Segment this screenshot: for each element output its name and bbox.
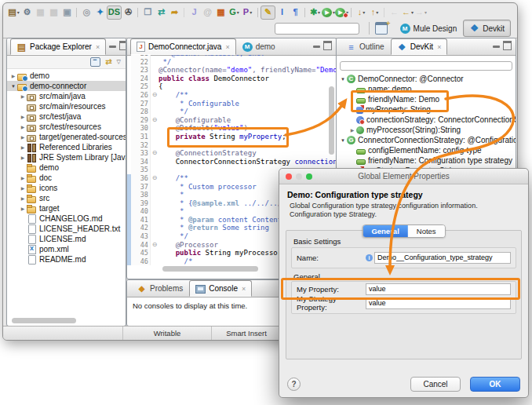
tree-item[interactable]: configElementName: config-type — [337, 145, 516, 155]
tab-notes[interactable]: Notes — [408, 225, 445, 237]
tab-outline[interactable]: ≡ Outline — [340, 38, 391, 55]
toolbar-icon[interactable]: ✇ — [122, 6, 135, 19]
fold-icon[interactable] — [151, 124, 159, 133]
tree-item[interactable]: demo — [7, 71, 126, 81]
tab-devkit[interactable]: ❖ DevKit × — [391, 38, 448, 55]
fold-icon[interactable] — [151, 257, 159, 266]
close-icon[interactable]: × — [437, 43, 441, 51]
tree-item[interactable]: myProcessor(String):String — [337, 125, 516, 135]
devkit-filter-input[interactable] — [340, 61, 512, 71]
tree-item[interactable]: LICENSE.md — [7, 234, 126, 244]
open-perspective-button[interactable] — [375, 22, 388, 35]
toolbar-icon[interactable]: ➦ — [168, 6, 181, 19]
fold-icon[interactable] — [151, 183, 159, 192]
tab-package-explorer[interactable]: ▤ Package Explorer × — [10, 38, 106, 55]
fold-icon[interactable] — [151, 116, 159, 125]
fold-icon[interactable] — [151, 199, 159, 208]
fold-icon[interactable] — [151, 100, 159, 108]
close-icon[interactable]: × — [225, 43, 229, 51]
code-line[interactable]: 29 @Configurable — [127, 116, 336, 125]
tree-item[interactable]: target/generated-sources/mule — [7, 132, 126, 142]
tab-democonnector-java[interactable]: J DemoConnector.java × — [130, 38, 236, 55]
toolbar-icon[interactable]: ✎ — [261, 5, 275, 20]
toolbar-icon[interactable]: ¶ — [289, 6, 302, 19]
fold-icon[interactable] — [151, 166, 159, 174]
tree-item[interactable]: ConnectorConnectionStrategy: @Configurat… — [337, 135, 516, 145]
fold-icon[interactable] — [151, 66, 159, 75]
expand-arrow-icon[interactable] — [19, 142, 27, 152]
fold-icon[interactable] — [151, 133, 159, 141]
toolbar-icon[interactable]: ▦ — [214, 6, 228, 19]
toolbar-icon[interactable]: ◎ — [80, 6, 93, 19]
fold-icon[interactable] — [151, 141, 159, 150]
minimize-icon[interactable] — [109, 46, 116, 48]
code-line[interactable]: 22 */ — [127, 58, 336, 67]
tree-item[interactable]: JRE System Library [Java SE 7 — [7, 152, 126, 162]
expand-arrow-icon[interactable] — [19, 203, 27, 213]
tab-general[interactable]: General — [363, 225, 407, 237]
toolbar-icon[interactable]: G — [228, 6, 241, 19]
horizontal-scrollbar[interactable] — [162, 266, 258, 272]
code-line[interactable]: 33 @ConnectionStrategy — [127, 149, 336, 158]
horizontal-scrollbar[interactable] — [12, 318, 76, 323]
fold-icon[interactable] — [151, 224, 159, 232]
code-line[interactable]: 27 * Configurable — [127, 100, 336, 108]
fold-icon[interactable] — [151, 58, 159, 67]
toolbar-icon[interactable]: ▤ — [7, 6, 20, 19]
minimize-traffic-light[interactable] — [296, 173, 302, 180]
tree-item[interactable]: CHANGELOG.md — [7, 213, 126, 224]
help-button[interactable]: ? — [287, 378, 301, 391]
tree-item[interactable]: doc — [7, 173, 126, 183]
toolbar-icon[interactable]: ⚙ — [20, 6, 34, 19]
maximize-icon[interactable] — [503, 41, 512, 50]
perspective-devkit[interactable]: ❖ Devkit — [463, 20, 511, 37]
fold-icon[interactable] — [151, 75, 159, 83]
expand-arrow-icon[interactable] — [9, 81, 17, 91]
toolbar-icon[interactable]: J — [188, 6, 201, 19]
code-line[interactable]: 24 public class DemoConnector — [127, 75, 336, 83]
fold-icon[interactable] — [151, 149, 159, 158]
toolbar-icon[interactable]: ❐ — [141, 6, 155, 19]
maximize-icon[interactable] — [323, 41, 332, 50]
expand-arrow-icon[interactable] — [19, 111, 27, 122]
ok-button[interactable]: OK — [470, 377, 520, 392]
toolbar-icon[interactable]: ← — [401, 6, 414, 19]
toolbar-icon[interactable]: DS — [107, 5, 122, 20]
expand-arrow-icon[interactable] — [339, 135, 347, 145]
quick-access-input[interactable] — [275, 23, 359, 35]
toolbar-icon[interactable]: ← — [388, 6, 401, 19]
tree-item[interactable]: src/main/java — [7, 91, 126, 101]
tree-item[interactable]: target — [7, 203, 126, 213]
close-traffic-light[interactable] — [286, 173, 292, 180]
collapse-all-icon[interactable] — [90, 57, 100, 67]
tab-demo[interactable]: M demo — [236, 38, 282, 55]
close-icon[interactable]: × — [96, 43, 100, 51]
expand-arrow-icon[interactable] — [19, 152, 27, 162]
tree-item[interactable]: Referenced Libraries — [7, 142, 126, 152]
expand-arrow-icon[interactable] — [19, 183, 27, 193]
code-line[interactable]: 25 { — [127, 82, 336, 91]
fold-icon[interactable] — [151, 232, 159, 241]
expand-arrow-icon[interactable] — [19, 122, 27, 132]
fold-icon[interactable] — [151, 158, 159, 166]
toolbar-icon[interactable]: ⇄ — [155, 6, 168, 19]
tree-item[interactable]: demo — [7, 162, 126, 173]
toolbar-icon[interactable]: ↓ — [355, 6, 368, 19]
tree-item[interactable]: LICENSE_HEADER.txt — [7, 224, 126, 234]
name-field[interactable]: Demo__Configuration_type_strategy — [374, 252, 511, 264]
toolbar-icon[interactable]: ▦ — [34, 6, 47, 19]
code-line[interactable]: 34 ConnectorConnectionStrategy connectio… — [127, 158, 336, 166]
tab-console[interactable]: Console × — [189, 280, 252, 297]
toolbar-icon[interactable]: @ — [201, 6, 214, 19]
expand-arrow-icon[interactable] — [19, 173, 27, 183]
fold-icon[interactable] — [151, 191, 159, 199]
perspective-mule-design[interactable]: M Mule Design — [394, 20, 464, 37]
toolbar-icon[interactable]: ▶ — [335, 6, 348, 19]
fold-icon[interactable] — [151, 174, 159, 183]
fold-icon[interactable] — [151, 249, 159, 257]
toolbar-icon[interactable]: ✦ — [93, 6, 107, 19]
toolbar-icon[interactable]: ✱ — [308, 6, 322, 19]
tree-item[interactable]: pom.xml — [7, 244, 126, 254]
expand-arrow-icon[interactable] — [19, 91, 27, 101]
fold-icon[interactable] — [151, 216, 159, 224]
